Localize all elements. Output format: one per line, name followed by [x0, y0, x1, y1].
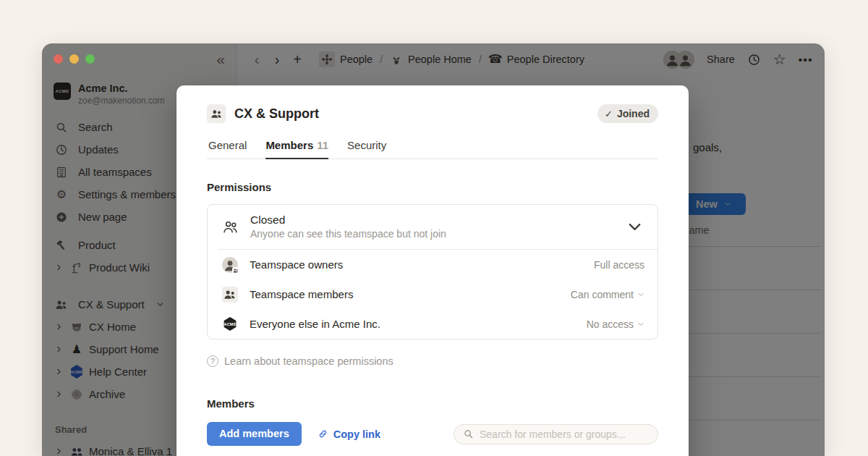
zoom-window-button[interactable]	[85, 54, 95, 64]
copy-link-button[interactable]: Copy link	[318, 428, 380, 440]
permission-value[interactable]: Can comment	[571, 289, 644, 300]
desktop-background: « ACME Acme Inc. zoe@makenotion.com Sear…	[0, 0, 868, 456]
modal-tabs: GeneralMembers11Security	[207, 135, 658, 159]
tab-general[interactable]: General	[208, 135, 247, 159]
permission-row-teamspace-owners[interactable]: Teamspace ownersFull access	[208, 250, 658, 279]
permission-value[interactable]: No access	[587, 318, 644, 330]
permission-row-teamspace-members[interactable]: Teamspace membersCan comment	[208, 279, 658, 309]
people-box-icon	[222, 287, 238, 303]
members-search	[454, 424, 658, 444]
teamspace-settings-modal: CX & Support ✓ Joined GeneralMembers11Se…	[176, 85, 689, 456]
chevron-down-icon	[637, 321, 644, 328]
access-level-selector[interactable]: Closed Anyone can see this teamspace but…	[208, 205, 658, 249]
permission-value: Full access	[594, 259, 644, 271]
members-search-input[interactable]	[480, 428, 649, 440]
tab-security[interactable]: Security	[347, 135, 386, 159]
acme-badge-icon: ACME	[222, 316, 238, 332]
window-controls	[54, 54, 95, 64]
permissions-heading: Permissions	[207, 181, 658, 193]
permissions-card: Closed Anyone can see this teamspace but…	[207, 204, 658, 339]
close-window-button[interactable]	[54, 54, 63, 64]
chevron-down-icon	[626, 219, 643, 235]
add-members-button[interactable]: Add members	[207, 422, 302, 446]
modal-title: CX & Support	[234, 106, 319, 122]
permission-rows: Teamspace ownersFull accessTeamspace mem…	[208, 250, 658, 339]
minimize-window-button[interactable]	[69, 54, 79, 64]
joined-button[interactable]: ✓ Joined	[597, 104, 658, 123]
teamspace-icon	[207, 104, 226, 123]
access-level-subtitle: Anyone can see this teamspace but not jo…	[250, 228, 446, 240]
tab-count: 11	[317, 139, 328, 151]
notion-window: « ACME Acme Inc. zoe@makenotion.com Sear…	[42, 43, 825, 456]
question-icon: ?	[207, 355, 218, 367]
permission-row-everyone-else-in-acme-inc[interactable]: ACMEEveryone else in Acme Inc.No access	[208, 309, 658, 339]
chevron-down-icon	[637, 291, 644, 298]
owner-avatar-icon	[222, 257, 238, 273]
link-icon	[318, 428, 328, 439]
permissions-help-link[interactable]: ? Learn about teamspace permissions	[207, 355, 658, 367]
check-icon: ✓	[605, 109, 613, 119]
tab-members[interactable]: Members11	[265, 135, 328, 159]
members-controls: Add members Copy link	[207, 422, 658, 446]
search-icon	[463, 428, 474, 439]
modal-header: CX & Support ✓ Joined	[207, 104, 658, 123]
members-heading: Members	[207, 397, 658, 410]
people-outline-icon	[222, 219, 239, 235]
access-level-title: Closed	[250, 214, 446, 227]
